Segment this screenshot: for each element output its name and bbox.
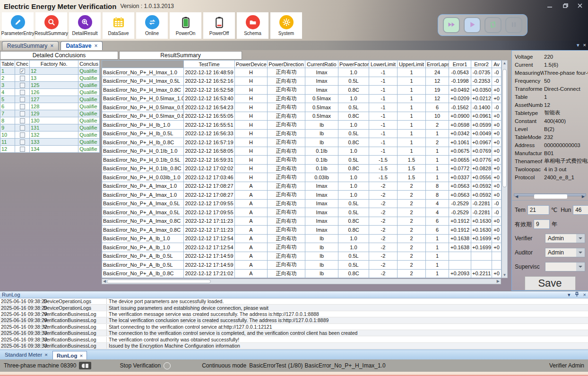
minimize-button[interactable] bbox=[545, 2, 555, 9]
row-checkbox[interactable] bbox=[20, 97, 25, 102]
row-checkbox[interactable] bbox=[20, 76, 25, 81]
tab-close-icon[interactable]: × bbox=[50, 43, 53, 49]
vertical-scrollbar[interactable]: ▲ ▼ bbox=[502, 60, 508, 278]
scroll-up-icon[interactable]: ▲ bbox=[502, 61, 507, 65]
toolbar-button-datasave[interactable]: DataSave bbox=[103, 12, 134, 39]
play-button[interactable] bbox=[464, 17, 481, 33]
chevron-down-icon[interactable] bbox=[576, 248, 585, 257]
result-row[interactable]: BasicError_No_P+_H_0.1Ib_1.02022-12-12 1… bbox=[102, 147, 502, 156]
humidity-input[interactable] bbox=[573, 205, 588, 215]
chevron-down-icon[interactable] bbox=[576, 262, 585, 271]
toolbar-button-detailresult[interactable]: DetailResult bbox=[69, 12, 101, 39]
temperature-input[interactable] bbox=[527, 205, 549, 215]
row-checkbox[interactable] bbox=[20, 104, 25, 109]
result-row[interactable]: BasicError_No_P+_H_Ib_0.5L2022-12-12 16:… bbox=[102, 129, 502, 138]
conclusion-row[interactable]: 10132Qualifie bbox=[0, 131, 100, 139]
conclusion-row[interactable]: 11133Qualifie bbox=[0, 139, 100, 146]
result-row[interactable]: BasicError_No_P+_H_0.5Imax_0.8C2022-12-1… bbox=[102, 112, 502, 121]
runlog-close-icon[interactable]: × bbox=[583, 292, 586, 297]
result-row[interactable]: BasicError_No_P+_H_0.03Ib_1.02022-12-12 … bbox=[102, 173, 502, 182]
conclusion-row[interactable]: 8130Qualifie bbox=[0, 117, 100, 124]
result-row[interactable]: BasicError_No_P+_H_0.5Imax_0.5L2022-12-1… bbox=[102, 103, 502, 112]
stop-verification-indicator[interactable] bbox=[164, 362, 171, 369]
result-row[interactable]: BasicError_No_P+_A_Ib_0.5L2022-12-12 17:… bbox=[102, 261, 502, 270]
result-row[interactable]: BasicError_No_P+_A_Ib_0.5L2022-12-12 17:… bbox=[102, 252, 502, 261]
result-row[interactable]: BasicError_No_P+_A_Imax_0.5L2022-12-12 1… bbox=[102, 199, 502, 208]
verifier-dropdown[interactable]: Admin bbox=[545, 234, 585, 243]
result-row[interactable]: BasicError_No_P+_A_Ib_0.8C2022-12-12 17:… bbox=[102, 269, 502, 278]
result-row[interactable]: BasicError_No_P+_H_Imax_0.5L2022-12-12 1… bbox=[102, 77, 502, 86]
toolbar-button-poweroff[interactable]: PowerOff bbox=[203, 12, 235, 39]
close-button[interactable] bbox=[575, 2, 585, 9]
bottom-tab-standard-meter[interactable]: Standard Meter× bbox=[1, 351, 52, 358]
save-button[interactable]: Save bbox=[525, 276, 576, 290]
row-checkbox[interactable] bbox=[20, 111, 25, 116]
toolbar-button-schema[interactable]: Schema bbox=[237, 12, 268, 39]
result-row[interactable]: BasicError_No_P+_H_Ib_0.8C2022-12-12 16:… bbox=[102, 138, 502, 147]
row-checkbox[interactable] bbox=[20, 90, 25, 95]
row-checkbox[interactable] bbox=[20, 83, 25, 88]
toolbar-button-system[interactable]: System bbox=[270, 12, 302, 39]
result-row[interactable]: BasicError_No_P+_A_Imax_1.02022-12-12 17… bbox=[102, 182, 502, 191]
toolbar-button-resultsummary[interactable]: ResultSummary bbox=[35, 12, 67, 39]
pause-button[interactable] bbox=[505, 17, 522, 33]
runlog-pin-icon[interactable] bbox=[575, 292, 579, 298]
result-row[interactable]: BasicError_No_P+_A_Imax_0.5L2022-12-12 1… bbox=[102, 208, 502, 217]
scroll-right-icon[interactable]: ▶ bbox=[497, 279, 500, 284]
toolbar-button-parameterentry[interactable]: ParameterEntry bbox=[2, 12, 34, 39]
auditor-dropdown[interactable]: Admin bbox=[545, 248, 585, 257]
result-row[interactable]: BasicError_No_P+_A_Imax_0.8C2022-12-12 1… bbox=[102, 217, 502, 226]
conclusion-row[interactable]: 4126Qualifie bbox=[0, 89, 100, 96]
row-checkbox[interactable] bbox=[20, 140, 25, 145]
conclusion-row[interactable]: 6128Qualifie bbox=[0, 103, 100, 110]
params-horizontal-scrollbar[interactable]: ◀ ▶ bbox=[514, 193, 586, 196]
tab-datasave[interactable]: DataSave× bbox=[61, 41, 103, 50]
row-checkbox[interactable] bbox=[20, 118, 25, 123]
scroll-left-icon[interactable]: ◀ bbox=[103, 279, 106, 284]
conclusion-row[interactable]: 12134Qualifie bbox=[0, 146, 100, 153]
scroll-down-icon[interactable]: ▼ bbox=[502, 273, 507, 277]
supervisc-dropdown[interactable] bbox=[545, 262, 585, 271]
row-checkbox-checked[interactable]: ✓ bbox=[20, 69, 25, 74]
vertical-scrollbar-thumb[interactable] bbox=[502, 69, 507, 187]
runlog-chevron-icon[interactable]: ▾ bbox=[568, 292, 571, 297]
row-checkbox[interactable] bbox=[20, 125, 25, 131]
row-checkbox[interactable] bbox=[20, 147, 25, 152]
tab-list-chevron-icon[interactable]: ▾ bbox=[577, 42, 579, 48]
result-row[interactable]: BasicError_No_P+_H_Imax_0.8C2022-12-12 1… bbox=[102, 86, 502, 95]
result-row[interactable]: BasicError_No_P+_H_Ib_1.02022-12-12 16:5… bbox=[102, 121, 502, 130]
result-row[interactable]: BasicError_No_P+_A_Ib_1.02022-12-12 17:1… bbox=[102, 243, 502, 252]
conclusion-row[interactable]: 5127Qualifie bbox=[0, 96, 100, 103]
params-scrollbar-thumb[interactable] bbox=[534, 194, 567, 199]
tab-resultsummary[interactable]: ResultSummary× bbox=[2, 41, 59, 50]
loop-button[interactable] bbox=[484, 17, 502, 33]
conclusion-row[interactable]: 7129Qualifie bbox=[0, 110, 100, 117]
toolbar-button-poweron[interactable]: PowerOn bbox=[170, 12, 201, 39]
validity-input[interactable] bbox=[534, 219, 550, 229]
horizontal-scrollbar-thumb[interactable] bbox=[107, 280, 211, 283]
chevron-down-icon[interactable] bbox=[576, 234, 585, 243]
result-row[interactable]: BasicError_No_P+_A_Imax_0.8C2022-12-12 1… bbox=[102, 226, 502, 235]
tab-close-icon[interactable]: × bbox=[94, 43, 97, 49]
bottom-tab-runlog[interactable]: RunLog× bbox=[52, 351, 87, 360]
conclusion-row[interactable]: 9131Qualifie bbox=[0, 124, 100, 131]
result-row[interactable]: BasicError_No_P+_A_Ib_1.02022-12-12 17:1… bbox=[102, 234, 502, 243]
params-scroll-left-icon[interactable]: ◀ bbox=[515, 194, 518, 199]
conclusion-row[interactable]: 1✓12Qualifie bbox=[0, 68, 100, 75]
result-row[interactable]: BasicError_No_P+_H_0.5Imax_1.02022-12-12… bbox=[102, 94, 502, 103]
result-row[interactable]: BasicError_No_P+_H_0.1Ib_0.8C2022-12-12 … bbox=[102, 164, 502, 173]
bottom-tab-close-icon[interactable]: × bbox=[44, 352, 48, 358]
toolbar-button-online[interactable]: Online bbox=[136, 12, 168, 39]
conclusion-row[interactable]: 213Qualifie bbox=[0, 75, 100, 82]
bottom-tab-close-icon[interactable]: × bbox=[79, 353, 83, 359]
tab-close-icon[interactable]: × bbox=[583, 42, 586, 48]
result-row[interactable]: BasicError_No_P+_H_0.1Ib_0.5L2022-12-12 … bbox=[102, 156, 502, 165]
horizontal-scrollbar[interactable]: ◀ ▶ bbox=[102, 279, 501, 284]
result-row[interactable]: BasicError_No_P+_H_Imax_1.02022-12-12 16… bbox=[102, 68, 502, 77]
restore-button[interactable] bbox=[560, 2, 570, 9]
row-checkbox[interactable] bbox=[20, 132, 25, 138]
params-scroll-right-icon[interactable]: ▶ bbox=[582, 194, 585, 199]
result-row[interactable]: BasicError_No_P+_A_Imax_1.02022-12-12 17… bbox=[102, 191, 502, 200]
fast-forward-button[interactable] bbox=[443, 17, 460, 33]
conclusion-row[interactable]: 3125Qualifie bbox=[0, 82, 100, 89]
